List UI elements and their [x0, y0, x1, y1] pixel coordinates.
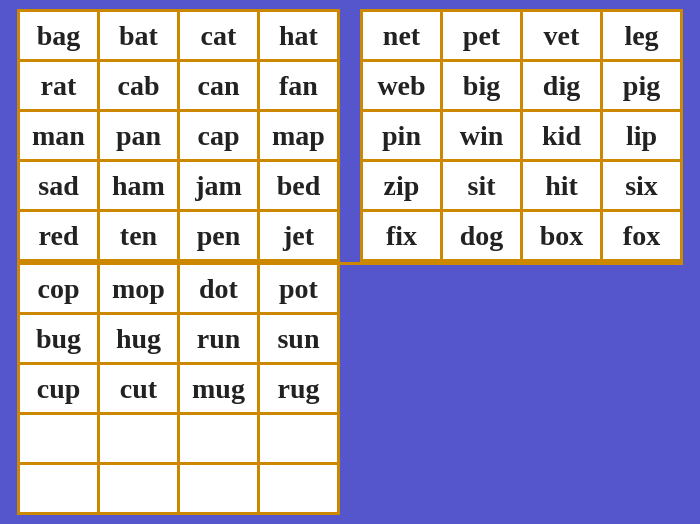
- grid-cell: leg: [603, 12, 683, 62]
- grid-cell: sun: [260, 315, 340, 365]
- grid-cell: cat: [180, 12, 260, 62]
- grid-cell: pot: [260, 265, 340, 315]
- grid-cell: fan: [260, 62, 340, 112]
- grid-cell: cap: [180, 112, 260, 162]
- grid-cell: [180, 465, 260, 515]
- grid-cell: ham: [100, 162, 180, 212]
- grid-cell: dig: [523, 62, 603, 112]
- grid-cell: can: [180, 62, 260, 112]
- grid-cell: ten: [100, 212, 180, 262]
- grid-cell: cup: [20, 365, 100, 415]
- grid-cell: hug: [100, 315, 180, 365]
- grid-cell: cut: [100, 365, 180, 415]
- grid-cell: [180, 415, 260, 465]
- grid-cell: rug: [260, 365, 340, 415]
- bottom-left-grid: copmopdotpotbughugrunsuncupcutmugrug: [17, 262, 683, 515]
- grid-cell: six: [603, 162, 683, 212]
- grid-cell: [20, 465, 100, 515]
- grid-cell: [20, 415, 100, 465]
- top-left-grid: bagbatcathatratcabcanfanmanpancapmapsadh…: [17, 9, 340, 262]
- grid-cell: [100, 415, 180, 465]
- grid-cell: rat: [20, 62, 100, 112]
- grid-cell: cab: [100, 62, 180, 112]
- grid-cell: cop: [20, 265, 100, 315]
- grid-cell: jet: [260, 212, 340, 262]
- grid-cell: [100, 465, 180, 515]
- grid-cell: run: [180, 315, 260, 365]
- grid-cell: dot: [180, 265, 260, 315]
- grid-cell: map: [260, 112, 340, 162]
- grid-cell: bag: [20, 12, 100, 62]
- grid-cell: jam: [180, 162, 260, 212]
- grid-cell: pet: [443, 12, 523, 62]
- grid-cell: pig: [603, 62, 683, 112]
- grid-cell: mug: [180, 365, 260, 415]
- grid-cell: net: [363, 12, 443, 62]
- grid-cell: man: [20, 112, 100, 162]
- grid-cell: sit: [443, 162, 523, 212]
- top-section: bagbatcathatratcabcanfanmanpancapmapsadh…: [17, 9, 683, 262]
- grid-cell: fox: [603, 212, 683, 262]
- grid-cell: box: [523, 212, 603, 262]
- grid-cell: web: [363, 62, 443, 112]
- grid-cell: sad: [20, 162, 100, 212]
- grid-cell: bat: [100, 12, 180, 62]
- main-container: bagbatcathatratcabcanfanmanpancapmapsadh…: [3, 0, 697, 524]
- grid-cell: hat: [260, 12, 340, 62]
- top-right-grid: netpetvetlegwebbigdigpigpinwinkidlipzips…: [360, 9, 683, 262]
- grid-cell: pin: [363, 112, 443, 162]
- grid-cell: pan: [100, 112, 180, 162]
- grid-cell: bed: [260, 162, 340, 212]
- grid-cell: lip: [603, 112, 683, 162]
- grid-cell: red: [20, 212, 100, 262]
- grid-cell: fix: [363, 212, 443, 262]
- grid-cell: [260, 415, 340, 465]
- grid-cell: kid: [523, 112, 603, 162]
- grid-cell: mop: [100, 265, 180, 315]
- grid-cell: [260, 465, 340, 515]
- grid-cell: dog: [443, 212, 523, 262]
- grid-cell: win: [443, 112, 523, 162]
- grid-cell: big: [443, 62, 523, 112]
- grid-cell: hit: [523, 162, 603, 212]
- grid-cell: zip: [363, 162, 443, 212]
- grid-cell: bug: [20, 315, 100, 365]
- grid-cell: vet: [523, 12, 603, 62]
- grid-cell: pen: [180, 212, 260, 262]
